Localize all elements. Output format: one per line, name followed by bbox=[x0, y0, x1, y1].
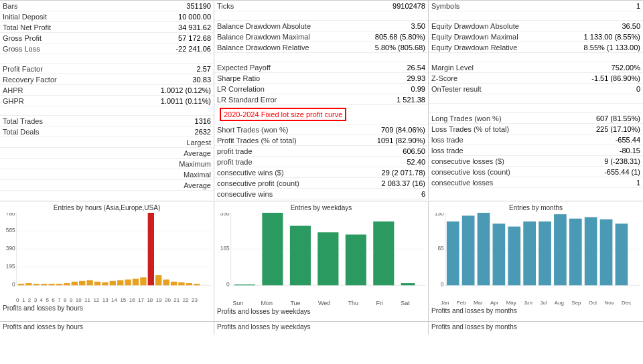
stat-value: 2632 bbox=[195, 128, 211, 136]
svg-rect-50 bbox=[447, 221, 459, 285]
stat-value: 225 (17.10%) bbox=[596, 125, 640, 133]
stat-row: Total Deals 2632 bbox=[0, 126, 214, 137]
stat-label: Equity Drawdown Maximal bbox=[431, 33, 581, 41]
stat-label: Largest bbox=[3, 139, 211, 147]
stat-value: 6 bbox=[421, 190, 425, 198]
stat-row: Recovery Factor 30.83 bbox=[0, 74, 214, 85]
svg-rect-58 bbox=[569, 219, 582, 286]
stat-value: 36.50 bbox=[622, 22, 640, 30]
stat-row-empty bbox=[429, 53, 643, 62]
stats-grid: Bars 351190 Initial Deposit 10 000.00 To… bbox=[0, 0, 643, 199]
stat-label: OnTester result bbox=[431, 85, 634, 93]
stat-value: 57 172.68 bbox=[178, 34, 211, 42]
stat-value: 1 bbox=[636, 179, 640, 187]
stat-value: 1.0011 (0.11%) bbox=[161, 97, 211, 105]
svg-text:130: 130 bbox=[435, 213, 444, 217]
stat-label: Symbols bbox=[431, 2, 634, 10]
svg-rect-14 bbox=[86, 280, 92, 286]
stat-value: 30.83 bbox=[192, 76, 211, 84]
chart-entries-by-weekdays: Entries by weekdays 330 165 0 Sun bbox=[214, 201, 429, 321]
stat-label: Profit Trades (% of total) bbox=[217, 136, 374, 145]
stats-col2: Ticks 99102478 Balance Drawdown Absolute… bbox=[214, 1, 429, 199]
stat-row-empty bbox=[429, 104, 643, 113]
stat-row: profit trade 52.40 bbox=[214, 157, 428, 167]
stat-value: 1316 bbox=[195, 117, 211, 125]
stat-row: Total Trades 1316 bbox=[0, 116, 214, 126]
stat-value: 606.50 bbox=[403, 147, 425, 155]
svg-rect-24 bbox=[163, 280, 169, 286]
stat-value: -1.51 (86.90%) bbox=[591, 74, 640, 82]
svg-text:0: 0 bbox=[12, 281, 15, 288]
chart3-svg: 130 65 0 bbox=[431, 213, 640, 300]
svg-rect-25 bbox=[171, 282, 177, 285]
stat-row-empty bbox=[214, 53, 428, 62]
chart1-bottom-label: Profits and losses by hours bbox=[3, 304, 211, 312]
chart2-bottom-label: Profits and losses by weekdays bbox=[217, 308, 425, 315]
stat-label: Expected Payoff bbox=[217, 64, 404, 72]
stat-row: loss trade -80.15 bbox=[429, 145, 643, 156]
stat-label: Recovery Factor bbox=[3, 76, 190, 84]
stat-label: Balance Drawdown Relative bbox=[217, 43, 372, 52]
stats-col1: Bars 351190 Initial Deposit 10 000.00 To… bbox=[0, 1, 214, 199]
stat-label: Maximum bbox=[3, 160, 211, 168]
stat-row-empty bbox=[429, 11, 643, 21]
svg-rect-7 bbox=[33, 284, 40, 285]
profits-hours-label: Profits and losses by hours bbox=[0, 322, 214, 335]
highlight-row: 2020-2024 Fixed lot size profit curve bbox=[214, 105, 428, 124]
stat-value: 34 931.62 bbox=[178, 23, 211, 31]
stat-value: -80.15 bbox=[620, 147, 640, 155]
profit-curve-label: 2020-2024 Fixed lot size profit curve bbox=[220, 108, 346, 121]
stat-label: LR Standard Error bbox=[217, 96, 394, 104]
stat-row-empty bbox=[0, 54, 214, 64]
stat-label: Gross Loss bbox=[3, 45, 173, 53]
stat-row: Ticks 99102478 bbox=[214, 1, 428, 11]
stat-value: 1 133.00 (8.55%) bbox=[584, 33, 640, 41]
stat-label: consecutive profit (count) bbox=[217, 179, 379, 187]
stat-label: Z-Score bbox=[431, 74, 589, 82]
stat-label: profit trade bbox=[217, 158, 404, 166]
stat-row: Gross Loss -22 241.06 bbox=[0, 43, 214, 54]
stat-row: LR Standard Error 1 521.38 bbox=[214, 94, 428, 105]
svg-rect-43 bbox=[401, 283, 415, 285]
stat-row: Largest bbox=[0, 137, 214, 148]
svg-rect-39 bbox=[290, 226, 311, 286]
stat-row: OnTester result 0 bbox=[429, 84, 643, 94]
stat-row-empty bbox=[214, 11, 428, 21]
stat-row: Average bbox=[0, 148, 214, 159]
chart2-area: 330 165 0 bbox=[217, 213, 425, 300]
stat-label: Total Trades bbox=[3, 117, 192, 125]
svg-text:195: 195 bbox=[6, 263, 15, 270]
stat-label: Equity Drawdown Relative bbox=[431, 43, 581, 52]
stat-value: 607 (81.55%) bbox=[596, 114, 640, 122]
stat-row: AHPR 1.0012 (0.12%) bbox=[0, 85, 214, 96]
stat-label: Maximal bbox=[3, 171, 211, 179]
stat-row: Short Trades (won %) 709 (84.06%) bbox=[214, 124, 428, 135]
stat-label: consecutive losses bbox=[431, 179, 634, 187]
stat-label: loss trade bbox=[431, 147, 617, 155]
stat-label: Gross Profit bbox=[3, 34, 175, 42]
stat-value: 26.54 bbox=[407, 64, 425, 72]
stat-value: 3.50 bbox=[411, 22, 425, 30]
svg-rect-13 bbox=[79, 281, 85, 286]
svg-rect-57 bbox=[554, 214, 567, 285]
stat-row: Total Net Profit 34 931.62 bbox=[0, 22, 214, 33]
stat-label: Average bbox=[3, 149, 211, 157]
svg-rect-8 bbox=[41, 284, 47, 285]
svg-rect-41 bbox=[346, 235, 366, 286]
profits-months-label: Profits and losses by months bbox=[429, 322, 643, 335]
stat-value: 1 bbox=[636, 2, 640, 10]
chart3-title: Entries by months bbox=[431, 204, 640, 211]
stat-label: Average bbox=[3, 181, 211, 189]
stat-label: Balance Drawdown Maximal bbox=[217, 33, 372, 41]
stat-value: 1.0012 (0.12%) bbox=[161, 86, 211, 94]
stat-value: 709 (84.06%) bbox=[381, 126, 425, 134]
stat-label: Sharpe Ratio bbox=[217, 74, 404, 82]
chart-entries-by-months: Entries by months 130 bbox=[429, 201, 643, 321]
stat-row: Equity Drawdown Absolute 36.50 bbox=[429, 21, 643, 31]
stat-label: Profit Factor bbox=[3, 65, 194, 73]
stat-label: profit trade bbox=[217, 147, 400, 155]
stat-row: Balance Drawdown Absolute 3.50 bbox=[214, 21, 428, 31]
chart2-svg: 330 165 0 bbox=[217, 213, 425, 300]
stat-label: GHPR bbox=[3, 97, 158, 105]
stat-value: 2 083.37 (16) bbox=[382, 179, 425, 187]
